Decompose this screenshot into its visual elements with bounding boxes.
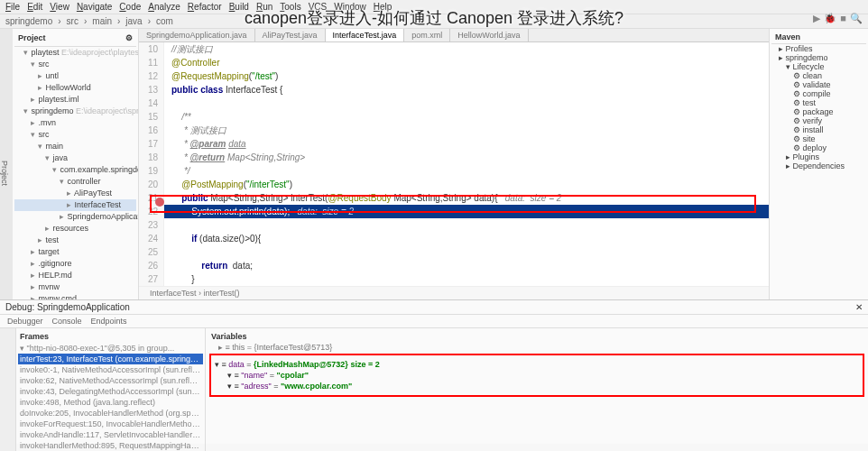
maven-test[interactable]: ⚙ test (771, 98, 866, 107)
project-panel: Project⚙ ▾ playtest E:\ideaproject\playt… (13, 29, 139, 299)
debug-panel: Debug: SpringdemoApplication ✕ DebuggerC… (0, 299, 868, 444)
maven-panel: Maven ▸ Profiles▸ springdemo▾ Lifecycle⚙… (769, 29, 868, 299)
variables-highlight-box: ▾ ≡ data = {LinkedHashMap@5732} size = 2… (209, 354, 864, 397)
debug-label: Debug: (5, 302, 34, 312)
tab-SpringdemoApplication-java[interactable]: SpringdemoApplication.java (139, 29, 255, 41)
menu-file[interactable]: File (5, 2, 20, 12)
frames-panel: Frames ▾ "http-nio-8080-exec-1"@5,305 in… (16, 328, 206, 451)
tree-node-mvnw-cmd[interactable]: ▸ mvnw.cmd (14, 293, 136, 299)
crumb-java[interactable]: java (125, 16, 142, 26)
tree-node-playtest[interactable]: ▾ playtest E:\ideaproject\playtest (14, 47, 136, 59)
debug-close-icon[interactable]: ✕ (855, 302, 863, 312)
maven-lifecycle[interactable]: ▾ Lifecycle (771, 62, 866, 71)
variables-panel: Variables ▸ ≡ this = {InterfaceTest@5713… (206, 328, 868, 451)
tree-node-AliPayTest[interactable]: ▸ AliPayTest (14, 188, 136, 199)
var-data[interactable]: ▾ ≡ data = {LinkedHashMap@5732} size = 2 (215, 359, 859, 370)
debug-app: SpringdemoApplication (37, 302, 130, 312)
tree-node-main[interactable]: ▾ main (14, 141, 136, 152)
maven-package[interactable]: ⚙ package (771, 107, 866, 116)
frame-item[interactable]: invokeAndHandle:117, ServletInvocableHan… (18, 429, 203, 440)
editor-tabs: SpringdemoApplication.javaAliPayTest.jav… (139, 29, 769, 42)
crumb-main[interactable]: main (92, 16, 112, 26)
this-variable[interactable]: ▸ ≡ this = {InterfaceTest@5713} (209, 343, 864, 352)
tree-node-springdemo[interactable]: ▾ springdemo E:\ideaproject\springdemo (14, 106, 136, 117)
stop-icon[interactable]: ■ (840, 13, 846, 24)
menu-analyze[interactable]: Analyze (148, 2, 180, 12)
maven-deploy[interactable]: ⚙ deploy (771, 143, 866, 152)
maven-header: Maven (771, 31, 866, 44)
crumb-src[interactable]: src (67, 16, 78, 26)
tree-node-test[interactable]: ▸ test (14, 235, 136, 246)
tab-InterfaceTest-java[interactable]: InterfaceTest.java (326, 29, 405, 41)
left-tool-tabs[interactable]: Project (0, 29, 13, 299)
tree-node-playtest-iml[interactable]: ▸ playtest.iml (14, 94, 136, 106)
maven-clean[interactable]: ⚙ clean (771, 71, 866, 80)
tree-node-target[interactable]: ▸ target (14, 246, 136, 258)
crumb-com[interactable]: com (156, 16, 173, 26)
tree-node-untl[interactable]: ▸ untl (14, 70, 136, 82)
menu-code[interactable]: Code (119, 2, 141, 12)
tree-node--gitignore[interactable]: ▸ .gitignore (14, 258, 136, 270)
maven-compile[interactable]: ⚙ compile (771, 89, 866, 98)
frame-item[interactable]: invoke0:-1, NativeMethodAccessorImpl (su… (18, 364, 203, 375)
tree-node-HellowWorld[interactable]: ▸ HellowWorld (14, 82, 136, 94)
tree-node-java[interactable]: ▾ java (14, 152, 136, 164)
tab-HellowWorld-java[interactable]: HellowWorld.java (450, 29, 528, 41)
dbgtab-debugger[interactable]: Debugger (7, 317, 43, 326)
debug-tabs: DebuggerConsoleEndpoints (0, 315, 868, 328)
code-lines[interactable]: //测试接口@Controller@RequestMapping("/test"… (164, 42, 769, 286)
variables-title: Variables (209, 330, 864, 343)
menu-edit[interactable]: Edit (27, 2, 42, 12)
menu-navigate[interactable]: Navigate (77, 2, 112, 12)
frame-item[interactable]: interTest:23, InterfaceTest (com.example… (18, 354, 203, 364)
frames-title: Frames (18, 330, 203, 343)
debug-left-toolbar[interactable] (0, 328, 16, 451)
editor-breadcrumb: InterfaceTest › interTest() (139, 286, 769, 299)
tree-node-com-example-springdemo[interactable]: ▾ com.example.springdemo (14, 164, 136, 176)
maven-Profiles[interactable]: ▸ Profiles (771, 44, 866, 53)
tree-node-src[interactable]: ▾ src (14, 59, 136, 70)
tree-node--mvn[interactable]: ▸ .mvn (14, 117, 136, 129)
maven-Plugins[interactable]: ▸ Plugins (771, 152, 866, 161)
frame-item[interactable]: invoke:498, Method (java.lang.reflect) (18, 397, 203, 408)
maven-validate[interactable]: ⚙ validate (771, 80, 866, 89)
tree-node-mvnw[interactable]: ▸ mvnw (14, 281, 136, 293)
dbgtab-console[interactable]: Console (52, 317, 82, 326)
tree-node-HELP-md[interactable]: ▸ HELP.md (14, 270, 136, 281)
crumb-springdemo[interactable]: springdemo (5, 16, 52, 26)
tree-node-InterfaceTest[interactable]: ▸ InterfaceTest (14, 199, 136, 211)
gutter: 10111213141516171819202122232425262728 (139, 42, 164, 286)
var-adress[interactable]: ▾ ≡ "adress" = "www.cpolar.com" (215, 381, 859, 391)
menu-refactor[interactable]: Refactor (188, 2, 222, 12)
menu-view[interactable]: View (50, 2, 69, 12)
tab-pom-xml[interactable]: pom.xml (404, 29, 450, 41)
code-area[interactable]: 10111213141516171819202122232425262728 /… (139, 42, 769, 286)
thread-selector[interactable]: ▾ "http-nio-8080-exec-1"@5,305 in group.… (18, 343, 203, 354)
frame-item[interactable]: invoke:43, DelegatingMethodAccessorImpl … (18, 386, 203, 397)
tree-node-resources[interactable]: ▸ resources (14, 223, 136, 235)
editor-panel: SpringdemoApplication.javaAliPayTest.jav… (139, 29, 769, 299)
overlay-title: canopen登录进入-如何通过 Canopen 登录进入系统? (245, 7, 623, 29)
tab-AliPayTest-java[interactable]: AliPayTest.java (255, 29, 326, 41)
tree-node-SpringdemoApplication[interactable]: ▸ SpringdemoApplication (14, 211, 136, 223)
frame-item[interactable]: invokeHandlerMethod:895, RequestMappingH… (18, 440, 203, 451)
maven-Dependencies[interactable]: ▸ Dependencies (771, 161, 866, 170)
maven-springdemo[interactable]: ▸ springdemo (771, 53, 866, 62)
tree-node-controller[interactable]: ▾ controller (14, 176, 136, 188)
frame-item[interactable]: invoke:62, NativeMethodAccessorImpl (sun… (18, 375, 203, 386)
maven-install[interactable]: ⚙ install (771, 125, 866, 134)
run-toolbar: ▶ 🐞 ■ 🔍 (813, 13, 863, 24)
var-name[interactable]: ▾ ≡ "name" = "cpolar" (215, 370, 859, 381)
project-gear-icon[interactable]: ⚙ (125, 32, 133, 44)
frame-item[interactable]: doInvoke:205, InvocableHandlerMethod (or… (18, 408, 203, 419)
project-header: Project (18, 32, 46, 44)
maven-verify[interactable]: ⚙ verify (771, 116, 866, 125)
frame-item[interactable]: invokeForRequest:150, InvocableHandlerMe… (18, 419, 203, 429)
tree-node-src[interactable]: ▾ src (14, 129, 136, 141)
dbgtab-endpoints[interactable]: Endpoints (91, 317, 127, 326)
search-icon[interactable]: 🔍 (850, 13, 863, 24)
run-icon[interactable]: ▶ (813, 13, 820, 24)
debug-icon[interactable]: 🐞 (824, 13, 836, 24)
maven-site[interactable]: ⚙ site (771, 134, 866, 143)
breakpoint-icon[interactable] (155, 198, 164, 207)
